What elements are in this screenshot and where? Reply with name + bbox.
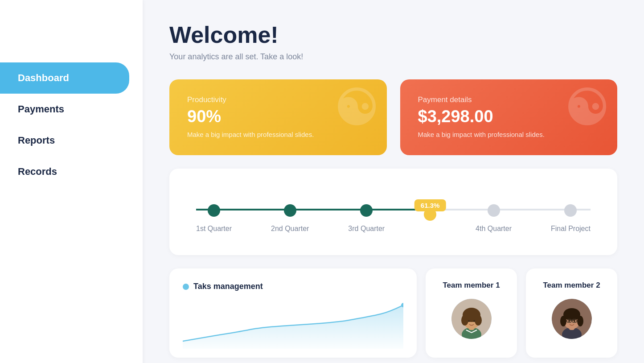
tracker-step-q4: 4th Quarter: [476, 204, 512, 233]
avatar-2-image: [552, 299, 592, 339]
team-member-1-card: Team member 1: [426, 268, 517, 358]
tracker-step-q1: 1st Quarter: [196, 204, 232, 233]
step-label-final: Final Project: [551, 225, 591, 233]
team-member-1-avatar: [451, 299, 492, 339]
svg-point-17: [577, 316, 583, 326]
svg-point-16: [560, 316, 566, 326]
chart-legend-dot: [183, 284, 189, 290]
tracker-container: 1st Quarter 2nd Quarter 3rd Quarter 61.3…: [196, 191, 591, 237]
team-member-2-label: Team member 2: [543, 281, 600, 290]
tracker-tooltip: 61.3%: [414, 199, 446, 211]
step-dot-q2: [284, 204, 296, 217]
chart-card: Taks management: [169, 268, 417, 358]
tracker-step-q3: 3rd Quarter: [348, 204, 385, 233]
progress-tracker-card: 1st Quarter 2nd Quarter 3rd Quarter 61.3…: [169, 169, 617, 255]
payment-card: ☯ Payment details $3,298.00 Make a big i…: [400, 79, 618, 155]
step-label-q2: 2nd Quarter: [271, 225, 309, 233]
tracker-step-active: 61.3%: [424, 208, 436, 229]
main-content: Welcome! Your analytics are all set. Tak…: [143, 0, 644, 363]
tracker-step-q2: 2nd Quarter: [271, 204, 309, 233]
svg-point-9: [473, 320, 475, 322]
step-dot-q4: [488, 204, 500, 217]
step-dot-q3: [360, 204, 373, 217]
chart-header: Taks management: [183, 282, 403, 291]
svg-point-6: [461, 315, 468, 326]
bottom-row: Taks management Team member 1: [169, 268, 617, 358]
sidebar-item-dashboard[interactable]: Dashboard: [0, 62, 129, 94]
svg-point-7: [475, 315, 482, 326]
step-label-q3: 3rd Quarter: [348, 225, 385, 233]
metric-cards: ☯ Productivity 90% Make a big impact wit…: [169, 79, 617, 155]
productivity-value: 90%: [187, 107, 369, 126]
step-dot-q1: [208, 204, 220, 217]
sidebar-item-records[interactable]: Records: [0, 156, 129, 187]
step-label-q4: 4th Quarter: [476, 225, 512, 233]
sidebar-item-reports[interactable]: Reports: [0, 125, 129, 156]
page-title: Welcome!: [169, 22, 617, 48]
svg-point-15: [566, 309, 577, 316]
sidebar: Dashboard Payments Reports Records: [0, 0, 143, 363]
payment-desc: Make a big impact with professional slid…: [418, 131, 600, 138]
step-label-q1: 1st Quarter: [196, 225, 232, 233]
svg-point-19: [574, 320, 575, 322]
team-member-2-card: Team member 2: [526, 268, 617, 358]
payment-value: $3,298.00: [418, 107, 600, 126]
tracker-line-filled: [196, 209, 445, 210]
payment-label: Payment details: [418, 95, 600, 104]
sidebar-nav: Dashboard Payments Reports Records: [0, 62, 143, 187]
step-dot-final: [564, 204, 577, 217]
line-chart: [183, 296, 403, 349]
page-subtitle: Your analytics are all set. Take a look!: [169, 52, 617, 62]
team-member-2-avatar: [552, 299, 592, 339]
svg-point-8: [468, 320, 470, 322]
svg-point-18: [568, 320, 570, 322]
productivity-desc: Make a big impact with professional slid…: [187, 131, 369, 138]
chart-title: Taks management: [193, 282, 263, 291]
productivity-label: Productivity: [187, 95, 369, 104]
sidebar-item-payments[interactable]: Payments: [0, 94, 129, 125]
tracker-step-final: Final Project: [551, 204, 591, 233]
avatar-1-image: [451, 299, 492, 339]
team-member-1-label: Team member 1: [443, 281, 500, 290]
productivity-card: ☯ Productivity 90% Make a big impact wit…: [169, 79, 387, 155]
